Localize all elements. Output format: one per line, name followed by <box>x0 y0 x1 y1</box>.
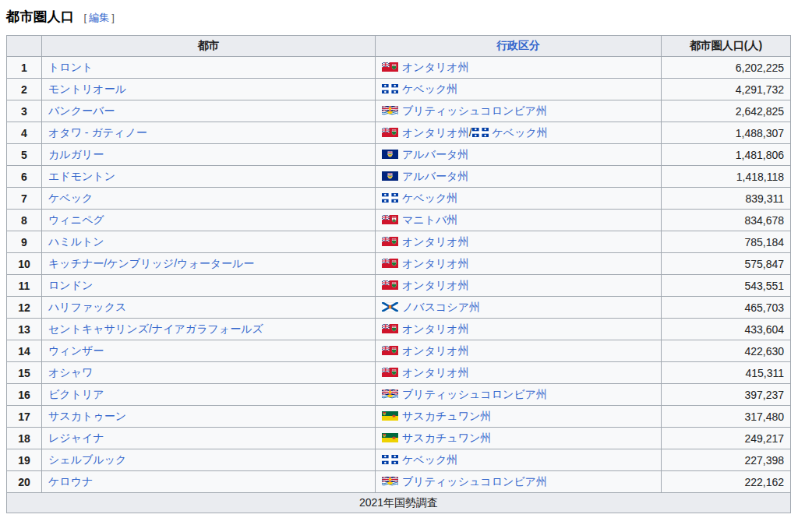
flag-quebec-icon <box>382 193 398 203</box>
edit-link[interactable]: 編集 <box>89 12 109 23</box>
population-column-header: 都市圏人口(人) <box>662 36 791 57</box>
population-cell: 1,488,307 <box>662 122 791 144</box>
province-link[interactable]: サスカチュワン州 <box>402 410 491 422</box>
city-link[interactable]: ウィンザー <box>48 344 104 357</box>
city-link[interactable]: ケベック <box>48 192 93 204</box>
rank-cell: 9 <box>7 231 42 253</box>
city-link[interactable]: ハミルトン <box>48 235 104 248</box>
division-header-link[interactable]: 行政区分 <box>496 39 540 51</box>
city-link[interactable]: キッチナー/ケンブリッジ/ウォータールー <box>48 257 254 270</box>
province-link[interactable]: アルバータ州 <box>402 148 468 160</box>
province-link[interactable]: ケベック州 <box>402 192 457 204</box>
city-link[interactable]: ビクトリア <box>48 388 104 400</box>
province-link[interactable]: オンタリオ州 <box>402 61 469 73</box>
table-row: 12ハリファックスノバスコシア州465,703 <box>7 297 791 319</box>
flag-ontario-icon <box>382 128 398 137</box>
city-cell: モントリオール <box>42 79 376 100</box>
city-cell: ウィンザー <box>42 340 376 362</box>
province-cell: ノバスコシア州 <box>376 297 662 319</box>
flag-ontario-icon <box>382 237 398 246</box>
province-link[interactable]: オンタリオ州 <box>402 257 469 270</box>
province-cell: オンタリオ州/ケベック州 <box>376 122 662 144</box>
population-cell: 543,551 <box>662 275 791 297</box>
city-link[interactable]: エドモントン <box>48 170 115 182</box>
rank-cell: 14 <box>7 340 42 362</box>
rank-cell: 6 <box>7 166 42 188</box>
province-link[interactable]: オンタリオ州 <box>402 344 469 357</box>
province-link[interactable]: ケベック州 <box>493 126 548 139</box>
city-link[interactable]: サスカトゥーン <box>48 410 126 422</box>
population-cell: 422,630 <box>662 340 791 362</box>
section-heading: 都市圏人口 [編集] <box>6 8 792 26</box>
city-cell: セントキャサリンズ/ナイアガラフォールズ <box>42 319 376 340</box>
province-link[interactable]: ケベック州 <box>402 453 457 466</box>
city-cell: シェルブルック <box>42 449 376 471</box>
province-link[interactable]: ブリティッシュコロンビア州 <box>402 475 547 488</box>
table-row: 20ケロウナブリティッシュコロンビア州222,162 <box>7 471 791 493</box>
table-row: 18レジャイナサスカチュワン州249,217 <box>7 428 791 449</box>
population-cell: 1,481,806 <box>662 144 791 166</box>
province-link[interactable]: マニトバ州 <box>402 213 457 226</box>
population-cell: 834,678 <box>662 210 791 231</box>
city-link[interactable]: オタワ - ガティノー <box>48 126 147 139</box>
province-link[interactable]: アルバータ州 <box>402 170 468 182</box>
table-row: 16ビクトリアブリティッシュコロンビア州397,237 <box>7 384 791 406</box>
city-cell: オタワ - ガティノー <box>42 122 376 144</box>
city-link[interactable]: ハリファックス <box>48 301 126 313</box>
city-link[interactable]: ウィニペグ <box>48 213 104 226</box>
rank-cell: 16 <box>7 384 42 406</box>
flag-bc-icon <box>382 106 398 115</box>
province-cell: サスカチュワン州 <box>376 406 662 428</box>
table-row: 10キッチナー/ケンブリッジ/ウォータールーオンタリオ州575,847 <box>7 253 791 275</box>
table-row: 3バンクーバーブリティッシュコロンビア州2,642,825 <box>7 100 791 122</box>
table-row: 17サスカトゥーンサスカチュワン州317,480 <box>7 406 791 428</box>
rank-cell: 13 <box>7 319 42 340</box>
city-cell: サスカトゥーン <box>42 406 376 428</box>
rank-cell: 18 <box>7 428 42 449</box>
city-link[interactable]: レジャイナ <box>48 432 104 444</box>
metro-population-table: 都市 行政区分 都市圏人口(人) 1トロントオンタリオ州6,202,2252モン… <box>6 35 791 513</box>
city-link[interactable]: バンクーバー <box>48 104 115 117</box>
city-cell: トロント <box>42 57 376 79</box>
city-link[interactable]: シェルブルック <box>48 453 126 466</box>
rank-cell: 20 <box>7 471 42 493</box>
province-cell: サスカチュワン州 <box>376 428 662 449</box>
city-link[interactable]: トロント <box>48 61 93 73</box>
city-link[interactable]: カルガリー <box>48 148 104 160</box>
province-cell: アルバータ州 <box>376 144 662 166</box>
table-row: 7ケベックケベック州839,311 <box>7 188 791 210</box>
province-link[interactable]: ブリティッシュコロンビア州 <box>402 104 547 117</box>
city-link[interactable]: ロンドン <box>48 279 93 291</box>
province-cell: ブリティッシュコロンビア州 <box>376 384 662 406</box>
province-link[interactable]: オンタリオ州 <box>402 279 469 291</box>
province-link[interactable]: サスカチュワン州 <box>402 432 491 444</box>
population-cell: 415,311 <box>662 362 791 384</box>
rank-cell: 8 <box>7 210 42 231</box>
flag-quebec-icon <box>382 455 398 464</box>
flag-quebec-icon <box>472 128 489 137</box>
province-cell: オンタリオ州 <box>376 319 662 340</box>
province-cell: ブリティッシュコロンビア州 <box>376 100 662 122</box>
city-link[interactable]: ケロウナ <box>48 475 93 488</box>
population-cell: 397,237 <box>662 384 791 406</box>
flag-ontario-icon <box>382 368 398 377</box>
province-link[interactable]: ノバスコシア州 <box>402 301 480 313</box>
rank-cell: 1 <box>7 57 42 79</box>
city-cell: エドモントン <box>42 166 376 188</box>
city-column-header: 都市 <box>42 36 376 57</box>
province-link[interactable]: オンタリオ州 <box>402 322 469 335</box>
province-link[interactable]: オンタリオ州 <box>402 366 469 379</box>
city-cell: ハリファックス <box>42 297 376 319</box>
province-link[interactable]: オンタリオ州 <box>402 126 469 139</box>
province-link[interactable]: オンタリオ州 <box>402 235 469 248</box>
rank-cell: 12 <box>7 297 42 319</box>
city-link[interactable]: オシャワ <box>48 366 93 379</box>
province-link[interactable]: ケベック州 <box>402 83 457 95</box>
table-row: 9ハミルトンオンタリオ州785,184 <box>7 231 791 253</box>
city-link[interactable]: セントキャサリンズ/ナイアガラフォールズ <box>48 322 263 335</box>
population-cell: 4,291,732 <box>662 79 791 100</box>
province-link[interactable]: ブリティッシュコロンビア州 <box>402 388 547 400</box>
population-cell: 227,398 <box>662 449 791 471</box>
city-link[interactable]: モントリオール <box>48 83 126 95</box>
city-cell: オシャワ <box>42 362 376 384</box>
